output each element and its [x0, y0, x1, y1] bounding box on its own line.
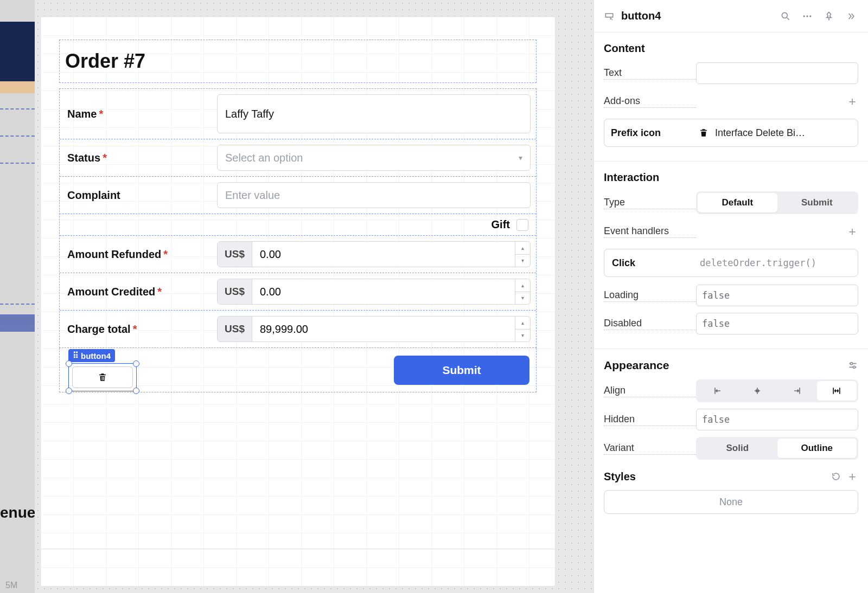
resize-handle[interactable] [133, 388, 139, 394]
label-charge-total: Charge total [67, 323, 131, 336]
required-asterisk: * [103, 152, 107, 164]
secondary-panel[interactable] [40, 549, 556, 586]
trash-icon [98, 372, 107, 382]
step-down-icon: ▾ [515, 330, 530, 342]
pin-icon[interactable] [821, 9, 837, 24]
addon-value: Interface Delete Bi… [715, 127, 851, 139]
align-left-option[interactable] [698, 381, 737, 401]
number-stepper[interactable]: ▴▾ [515, 279, 530, 304]
more-icon[interactable] [800, 9, 815, 24]
label-amount-refunded: Amount Refunded [67, 248, 161, 261]
section-heading-appearance: Appearance [604, 359, 847, 372]
align-center-option[interactable] [737, 381, 777, 401]
add-handler-button[interactable]: ＋ [846, 224, 858, 238]
addon-prefix-icon-row[interactable]: Prefix icon Interface Delete Bi… [604, 119, 858, 147]
add-style-button[interactable]: ＋ [846, 468, 858, 485]
status-select[interactable]: Select an option ▾ [217, 145, 531, 171]
required-asterisk: * [99, 108, 103, 120]
number-stepper[interactable]: ▴▾ [515, 317, 530, 341]
step-down-icon: ▾ [515, 255, 530, 267]
type-segmented: Default Submit [696, 191, 858, 214]
currency-prefix: US$ [218, 242, 252, 267]
expand-icon[interactable] [843, 9, 858, 24]
submit-button[interactable]: Submit [394, 356, 529, 385]
svg-line-1 [787, 17, 789, 20]
currency-prefix: US$ [218, 279, 252, 304]
variant-segmented: Solid Outline [696, 437, 858, 460]
handler-code: deleteOrder.trigger() [700, 257, 850, 268]
number-stepper[interactable]: ▴▾ [515, 242, 530, 267]
resize-handle[interactable] [66, 388, 72, 394]
name-input[interactable] [217, 94, 531, 133]
event-handler-row[interactable]: Click deleteOrder.trigger() [604, 249, 858, 277]
text-input-field[interactable] [696, 62, 858, 84]
section-heading-content: Content [604, 42, 858, 55]
reset-styles-icon[interactable] [831, 472, 841, 481]
label-gift: Gift [492, 218, 510, 231]
drag-grip-icon[interactable]: ⠿ [73, 351, 78, 360]
section-content: Content Text Add-ons ＋ Prefix icon Inter… [604, 42, 858, 147]
styles-empty[interactable]: None [604, 490, 858, 514]
status-placeholder: Select an option [225, 152, 303, 164]
label-status: Status [67, 152, 100, 164]
field-row-complaint: Complaint [60, 176, 536, 214]
prop-label-styles: Styles [604, 470, 831, 483]
complaint-input[interactable] [217, 182, 531, 208]
chevron-down-icon: ▾ [519, 153, 522, 162]
section-interaction: Interaction Type Default Submit Event ha… [604, 171, 858, 334]
currency-prefix: US$ [218, 317, 252, 341]
resize-handle[interactable] [66, 360, 72, 367]
hidden-input[interactable] [696, 409, 858, 430]
delete-button[interactable] [72, 366, 133, 388]
loading-input[interactable] [696, 285, 858, 306]
selected-component[interactable]: ⠿ button4 [68, 349, 137, 391]
inspector-header: button4 [594, 0, 868, 33]
prop-label-variant: Variant [604, 442, 696, 455]
type-option-default[interactable]: Default [698, 193, 777, 212]
gift-checkbox[interactable] [516, 219, 528, 231]
divider [594, 349, 868, 349]
appearance-settings-icon[interactable] [847, 360, 858, 371]
editor-canvas[interactable]: Order #7 Name * Status * Sele [35, 0, 593, 593]
variant-option-solid[interactable]: Solid [698, 439, 777, 458]
field-row-name: Name * [60, 89, 536, 139]
align-stretch-option[interactable] [817, 381, 857, 401]
amount-credited-input-wrap: US$ ▴▾ [217, 279, 531, 305]
svg-point-5 [850, 363, 852, 365]
amount-refunded-input-wrap: US$ ▴▾ [217, 241, 531, 267]
title-container[interactable]: Order #7 [59, 40, 537, 83]
handler-event: Click [612, 257, 693, 269]
background-app-sliver: enue 5M [0, 0, 35, 593]
form-container[interactable]: Name * Status * Select an option ▾ [59, 88, 537, 348]
field-row-amount-credited: Amount Credited * US$ ▴▾ [60, 273, 536, 310]
form-panel[interactable]: Order #7 Name * Status * Sele [40, 16, 556, 580]
svg-point-2 [803, 15, 805, 17]
search-icon[interactable] [778, 9, 793, 24]
type-option-submit[interactable]: Submit [777, 193, 857, 212]
prop-label-align: Align [604, 385, 696, 397]
prop-label-event-handlers: Event handlers [604, 225, 696, 238]
page-title: Order #7 [65, 50, 531, 73]
resize-handle[interactable] [133, 360, 139, 367]
charge-total-input[interactable] [252, 317, 515, 341]
inspector-body: Content Text Add-ons ＋ Prefix icon Inter… [594, 33, 868, 593]
selection-tag[interactable]: ⠿ button4 [68, 349, 115, 362]
add-addon-button[interactable]: ＋ [846, 94, 858, 108]
step-down-icon: ▾ [515, 292, 530, 305]
variant-option-outline[interactable]: Outline [777, 439, 857, 458]
label-complaint: Complaint [67, 189, 120, 202]
prop-label-loading: Loading [604, 289, 696, 302]
amount-refunded-input[interactable] [252, 242, 515, 267]
align-segmented [696, 379, 858, 402]
step-up-icon: ▴ [515, 317, 530, 330]
selection-label: button4 [81, 351, 111, 360]
section-appearance: Appearance Align Hidden [604, 359, 858, 514]
align-right-option[interactable] [777, 381, 817, 401]
selection-bounds[interactable] [68, 363, 137, 391]
amount-credited-input[interactable] [252, 279, 515, 304]
trash-icon [699, 128, 709, 138]
disabled-input[interactable] [696, 313, 858, 334]
inspector-title: button4 [621, 10, 771, 22]
field-row-status: Status * Select an option ▾ [60, 139, 536, 176]
svg-point-0 [782, 12, 787, 18]
